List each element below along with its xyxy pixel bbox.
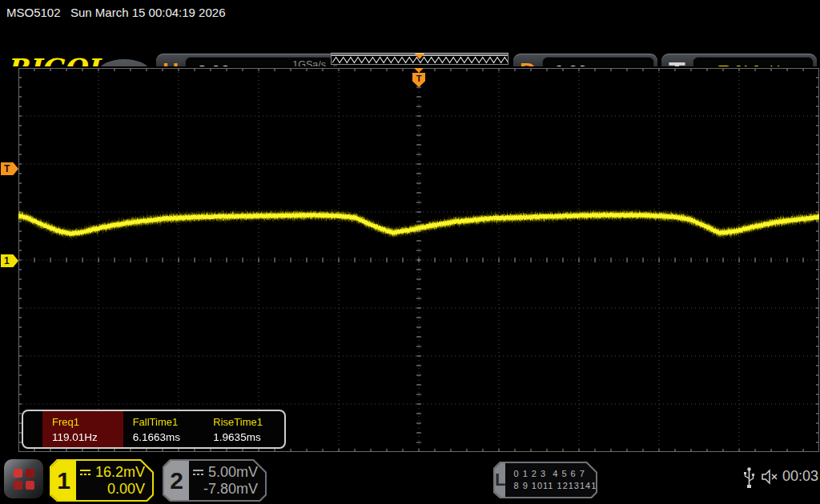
- usb-icon: [743, 467, 755, 489]
- logic-channels-row2: 8 9 1011 12131415: [513, 480, 602, 492]
- oscilloscope-screen: MSO5102 Sun March 15 00:04:19 2026 RIGOL…: [0, 0, 820, 504]
- channel2-offset: -7.80mV: [192, 481, 258, 498]
- logic-label: L: [495, 463, 505, 497]
- channel1-badge[interactable]: 1 16.2mV 0.00V: [50, 459, 154, 502]
- channel2-number: 2: [164, 461, 189, 500]
- dc-coupling-icon: [192, 469, 204, 477]
- measurement-label: Freq1: [52, 416, 123, 428]
- trigger-position-label: T: [412, 73, 425, 87]
- logic-channels-row1: 0 1 2 3 4 5 6 7: [513, 468, 602, 480]
- measurement-label: RiseTime1: [213, 416, 284, 428]
- channel1-offset: 0.00V: [79, 481, 145, 498]
- measurement-results-panel: Freq1 119.01Hz FallTime1 6.1663ms RiseTi…: [22, 410, 286, 449]
- measurement-item-risetime[interactable]: RiseTime1 1.9635ms: [203, 411, 284, 447]
- uptime-clock: 00:03: [782, 468, 818, 485]
- dc-coupling-icon: [79, 469, 91, 477]
- waveform-preview-strip[interactable]: [331, 53, 508, 65]
- logic-channels-badge[interactable]: L 0 1 2 3 4 5 6 7 8 9 1011 12131415: [493, 462, 597, 498]
- top-status-bar: MSO5102 Sun March 15 00:04:19 2026: [0, 0, 820, 24]
- channel1-zero-marker[interactable]: 1: [1, 254, 18, 267]
- channel1-number: 1: [51, 461, 76, 500]
- waveform-display-area: T T 1 Freq1 119.01Hz FallTime1 6.1663ms …: [0, 66, 820, 454]
- bottom-status-bar: 1 16.2mV 0.00V 2: [0, 454, 820, 504]
- measurement-value: 6.1663ms: [133, 431, 204, 443]
- channel1-scale: 16.2mV: [95, 464, 145, 481]
- measurement-item-falltime[interactable]: FallTime1 6.1663ms: [123, 411, 204, 447]
- trigger-level-marker[interactable]: T: [1, 162, 18, 175]
- measurement-value: 1.9635ms: [213, 431, 284, 443]
- model-name: MSO5102: [6, 6, 61, 19]
- speaker-muted-icon: [761, 469, 780, 485]
- channel1-waveform-trace: [18, 68, 819, 452]
- trigger-position-marker[interactable]: T: [412, 68, 425, 87]
- header-bar: RIGOL STOP H 2.00ms 1GSa/s 20Mpts Measur…: [0, 24, 820, 66]
- channel2-badge[interactable]: 2 5.00mV -7.80mV: [163, 459, 267, 502]
- trigger-position-arrow-icon: [414, 68, 424, 73]
- menu-grid-button[interactable]: [4, 459, 43, 498]
- measurement-item-freq[interactable]: Freq1 119.01Hz: [42, 411, 123, 447]
- grid-menu-icon: [14, 469, 34, 490]
- datetime: Sun March 15 00:04:19 2026: [70, 6, 225, 19]
- trigger-position-pointer-icon: [415, 54, 424, 59]
- measurement-value: 119.01Hz: [52, 431, 123, 443]
- channel2-scale: 5.00mV: [208, 464, 258, 481]
- measurement-label: FallTime1: [133, 416, 204, 428]
